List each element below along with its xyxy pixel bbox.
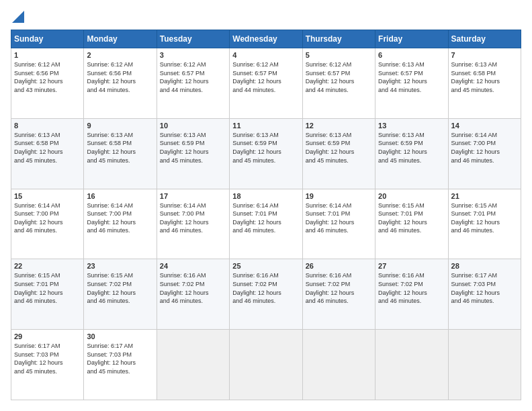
logo	[11, 11, 24, 23]
day-number: 5	[306, 51, 372, 59]
day-number: 17	[160, 192, 226, 200]
cell-info: Sunrise: 6:14 AMSunset: 7:01 PMDaylight:…	[306, 201, 372, 235]
day-number: 10	[160, 122, 226, 130]
col-header-sunday: Sunday	[11, 30, 84, 48]
calendar-cell: 3Sunrise: 6:12 AMSunset: 6:57 PMDaylight…	[157, 48, 229, 119]
calendar-header-row: SundayMondayTuesdayWednesdayThursdayFrid…	[11, 30, 521, 48]
cell-info: Sunrise: 6:14 AMSunset: 7:00 PMDaylight:…	[87, 201, 153, 235]
calendar-cell: 2Sunrise: 6:12 AMSunset: 6:56 PMDaylight…	[84, 48, 157, 119]
cell-info: Sunrise: 6:13 AMSunset: 6:59 PMDaylight:…	[306, 131, 372, 165]
day-number: 27	[378, 262, 445, 270]
calendar-cell: 12Sunrise: 6:13 AMSunset: 6:59 PMDayligh…	[302, 118, 375, 189]
day-number: 26	[306, 262, 372, 270]
col-header-monday: Monday	[84, 30, 157, 48]
day-number: 4	[232, 51, 299, 59]
cell-info: Sunrise: 6:16 AMSunset: 7:02 PMDaylight:…	[306, 271, 372, 305]
col-header-saturday: Saturday	[448, 30, 521, 48]
day-number: 7	[451, 51, 518, 59]
calendar-cell: 13Sunrise: 6:13 AMSunset: 6:59 PMDayligh…	[375, 118, 448, 189]
cell-info: Sunrise: 6:15 AMSunset: 7:02 PMDaylight:…	[87, 271, 153, 305]
day-number: 29	[14, 332, 81, 340]
cell-info: Sunrise: 6:13 AMSunset: 6:59 PMDaylight:…	[378, 131, 445, 165]
calendar-cell: 7Sunrise: 6:13 AMSunset: 6:58 PMDaylight…	[448, 48, 521, 119]
calendar-cell: 21Sunrise: 6:15 AMSunset: 7:01 PMDayligh…	[448, 189, 521, 259]
calendar-cell: 17Sunrise: 6:14 AMSunset: 7:00 PMDayligh…	[157, 189, 229, 259]
day-number: 20	[378, 192, 445, 200]
calendar-cell: 28Sunrise: 6:17 AMSunset: 7:03 PMDayligh…	[448, 259, 521, 330]
day-number: 2	[87, 51, 153, 59]
calendar-cell: 18Sunrise: 6:14 AMSunset: 7:01 PMDayligh…	[230, 189, 302, 259]
col-header-tuesday: Tuesday	[157, 30, 229, 48]
calendar-cell: 15Sunrise: 6:14 AMSunset: 7:00 PMDayligh…	[11, 189, 84, 259]
calendar-week-row: 8Sunrise: 6:13 AMSunset: 6:58 PMDaylight…	[11, 118, 521, 189]
cell-info: Sunrise: 6:14 AMSunset: 7:01 PMDaylight:…	[232, 201, 299, 235]
cell-info: Sunrise: 6:15 AMSunset: 7:01 PMDaylight:…	[451, 201, 518, 235]
cell-info: Sunrise: 6:13 AMSunset: 6:59 PMDaylight:…	[232, 131, 299, 165]
cell-info: Sunrise: 6:12 AMSunset: 6:57 PMDaylight:…	[306, 60, 372, 94]
calendar-cell	[375, 330, 448, 400]
calendar-cell: 8Sunrise: 6:13 AMSunset: 6:58 PMDaylight…	[11, 118, 84, 189]
cell-info: Sunrise: 6:15 AMSunset: 7:01 PMDaylight:…	[14, 271, 81, 305]
day-number: 13	[378, 122, 445, 130]
calendar-cell: 26Sunrise: 6:16 AMSunset: 7:02 PMDayligh…	[302, 259, 375, 330]
calendar-cell: 10Sunrise: 6:13 AMSunset: 6:59 PMDayligh…	[157, 118, 229, 189]
logo-block	[11, 11, 24, 23]
cell-info: Sunrise: 6:16 AMSunset: 7:02 PMDaylight:…	[232, 271, 299, 305]
day-number: 28	[451, 262, 518, 270]
cell-info: Sunrise: 6:15 AMSunset: 7:01 PMDaylight:…	[378, 201, 445, 235]
calendar-cell: 9Sunrise: 6:13 AMSunset: 6:58 PMDaylight…	[84, 118, 157, 189]
calendar-cell: 11Sunrise: 6:13 AMSunset: 6:59 PMDayligh…	[230, 118, 302, 189]
day-number: 16	[87, 192, 153, 200]
logo-triangle-icon	[12, 11, 24, 23]
day-number: 19	[306, 192, 372, 200]
day-number: 14	[451, 122, 518, 130]
cell-info: Sunrise: 6:17 AMSunset: 7:03 PMDaylight:…	[14, 342, 81, 375]
day-number: 11	[232, 122, 299, 130]
page: SundayMondayTuesdayWednesdayThursdayFrid…	[0, 0, 532, 411]
cell-info: Sunrise: 6:13 AMSunset: 6:59 PMDaylight:…	[160, 131, 226, 165]
day-number: 1	[14, 51, 81, 59]
day-number: 8	[14, 122, 81, 130]
calendar-week-row: 15Sunrise: 6:14 AMSunset: 7:00 PMDayligh…	[11, 189, 521, 259]
calendar-cell	[302, 330, 375, 400]
calendar-table: SundayMondayTuesdayWednesdayThursdayFrid…	[11, 30, 521, 400]
calendar-cell: 27Sunrise: 6:16 AMSunset: 7:02 PMDayligh…	[375, 259, 448, 330]
day-number: 24	[160, 262, 226, 270]
day-number: 12	[306, 122, 372, 130]
cell-info: Sunrise: 6:13 AMSunset: 6:57 PMDaylight:…	[378, 60, 445, 94]
cell-info: Sunrise: 6:12 AMSunset: 6:56 PMDaylight:…	[14, 60, 81, 94]
cell-info: Sunrise: 6:14 AMSunset: 7:00 PMDaylight:…	[451, 131, 518, 165]
calendar-cell: 20Sunrise: 6:15 AMSunset: 7:01 PMDayligh…	[375, 189, 448, 259]
col-header-thursday: Thursday	[302, 30, 375, 48]
day-number: 22	[14, 262, 81, 270]
col-header-friday: Friday	[375, 30, 448, 48]
day-number: 6	[378, 51, 445, 59]
cell-info: Sunrise: 6:12 AMSunset: 6:56 PMDaylight:…	[87, 60, 153, 94]
cell-info: Sunrise: 6:13 AMSunset: 6:58 PMDaylight:…	[14, 131, 81, 165]
calendar-cell	[157, 330, 229, 400]
calendar-cell: 19Sunrise: 6:14 AMSunset: 7:01 PMDayligh…	[302, 189, 375, 259]
calendar-cell: 14Sunrise: 6:14 AMSunset: 7:00 PMDayligh…	[448, 118, 521, 189]
cell-info: Sunrise: 6:13 AMSunset: 6:58 PMDaylight:…	[87, 131, 153, 165]
calendar-cell: 5Sunrise: 6:12 AMSunset: 6:57 PMDaylight…	[302, 48, 375, 119]
calendar-week-row: 22Sunrise: 6:15 AMSunset: 7:01 PMDayligh…	[11, 259, 521, 330]
calendar-week-row: 29Sunrise: 6:17 AMSunset: 7:03 PMDayligh…	[11, 330, 521, 400]
calendar-cell: 4Sunrise: 6:12 AMSunset: 6:57 PMDaylight…	[230, 48, 302, 119]
day-number: 25	[232, 262, 299, 270]
cell-info: Sunrise: 6:16 AMSunset: 7:02 PMDaylight:…	[378, 271, 445, 305]
header	[11, 11, 521, 23]
calendar-cell	[448, 330, 521, 400]
day-number: 15	[14, 192, 81, 200]
cell-info: Sunrise: 6:13 AMSunset: 6:58 PMDaylight:…	[451, 60, 518, 94]
cell-info: Sunrise: 6:14 AMSunset: 7:00 PMDaylight:…	[14, 201, 81, 235]
calendar-cell: 16Sunrise: 6:14 AMSunset: 7:00 PMDayligh…	[84, 189, 157, 259]
day-number: 30	[87, 332, 153, 340]
cell-info: Sunrise: 6:16 AMSunset: 7:02 PMDaylight:…	[160, 271, 226, 305]
cell-info: Sunrise: 6:12 AMSunset: 6:57 PMDaylight:…	[160, 60, 226, 94]
calendar-cell: 24Sunrise: 6:16 AMSunset: 7:02 PMDayligh…	[157, 259, 229, 330]
calendar-cell: 1Sunrise: 6:12 AMSunset: 6:56 PMDaylight…	[11, 48, 84, 119]
cell-info: Sunrise: 6:17 AMSunset: 7:03 PMDaylight:…	[451, 271, 518, 305]
day-number: 23	[87, 262, 153, 270]
calendar-cell: 22Sunrise: 6:15 AMSunset: 7:01 PMDayligh…	[11, 259, 84, 330]
calendar-cell	[230, 330, 302, 400]
